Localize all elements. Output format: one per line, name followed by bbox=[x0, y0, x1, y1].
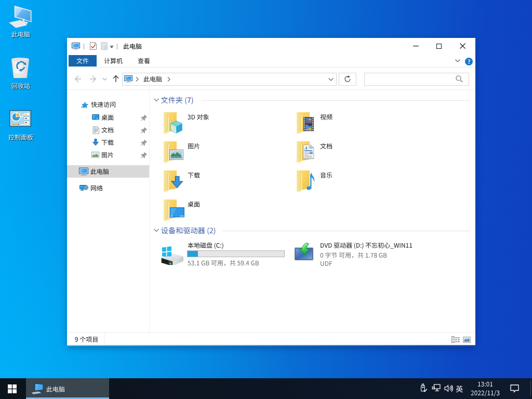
svg-text:A: A bbox=[304, 145, 308, 151]
